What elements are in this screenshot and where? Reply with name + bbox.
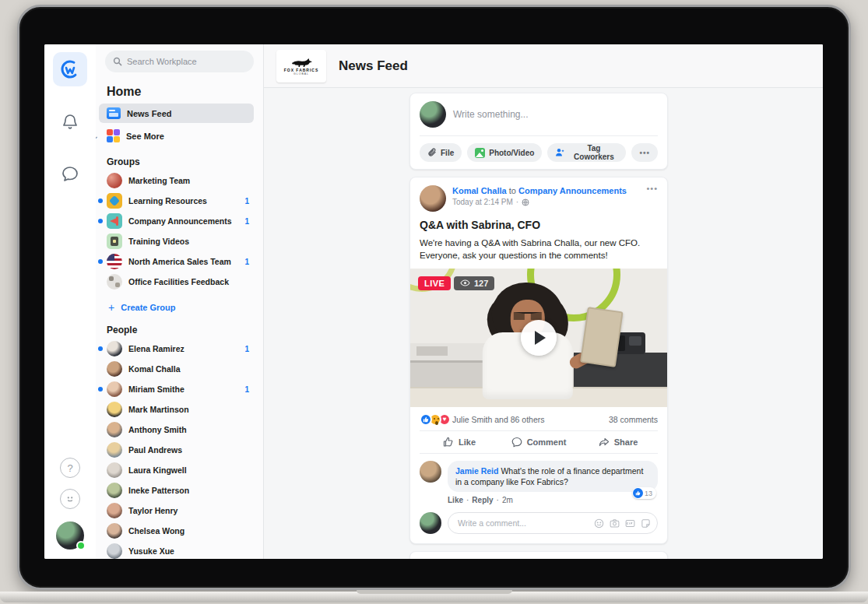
- sidebar-group-company-announcements[interactable]: Company Announcements 1: [99, 211, 254, 231]
- person-name: Paul Andrews: [128, 445, 182, 455]
- chat-bubble-icon: [61, 164, 79, 183]
- people-heading: People: [107, 325, 254, 335]
- sidebar-person-miriam-smithe[interactable]: Miriam Smithe 1: [99, 379, 254, 399]
- unread-badge: 1: [244, 258, 249, 266]
- share-button[interactable]: Share: [578, 431, 658, 453]
- sidebar-person-komal-challa[interactable]: Komal Challa: [99, 359, 254, 379]
- reactions-summary[interactable]: Julie Smith and 86 others: [452, 415, 544, 424]
- post-timestamp: Today at 2:14 PM: [452, 197, 513, 208]
- group-avatar: [107, 274, 122, 290]
- main-header: FOX FABRICS GLOBAL News Feed: [264, 44, 823, 88]
- sidebar-group-marketing-team[interactable]: Marketing Team: [99, 170, 254, 191]
- sidebar-person-anthony-smith[interactable]: Anthony Smith: [99, 420, 254, 440]
- comment-item: Jamie Reid What's the role of a finance …: [410, 454, 667, 493]
- groups-heading: Groups: [107, 156, 254, 167]
- group-name: Marketing Team: [128, 176, 190, 185]
- current-user-comment-avatar[interactable]: [420, 512, 441, 534]
- group-avatar: [107, 193, 122, 209]
- comment-input[interactable]: [458, 518, 594, 528]
- sidebar-group-training-videos[interactable]: Training Videos: [99, 231, 254, 251]
- see-more-label: See More: [126, 132, 164, 141]
- composer-card: Write something... File Photo/Video: [409, 93, 668, 170]
- search-bar[interactable]: [105, 51, 254, 72]
- dot-separator: ·: [497, 496, 499, 504]
- current-user-avatar[interactable]: [56, 521, 84, 550]
- sidebar-item-see-more[interactable]: ⌄ See More: [99, 126, 254, 146]
- sidebar-person-laura-kingwell[interactable]: Laura Kingwell: [99, 460, 254, 480]
- composer-input[interactable]: Write something...: [453, 109, 528, 120]
- company-logo-card[interactable]: FOX FABRICS GLOBAL: [276, 50, 326, 83]
- laptop-base-notch: [357, 590, 512, 594]
- person-name: Taylor Henry: [128, 506, 177, 515]
- unread-dot: [98, 198, 103, 203]
- sidebar-person-mark-martinson[interactable]: Mark Martinson: [99, 399, 254, 420]
- comment-author-avatar[interactable]: [420, 461, 441, 483]
- tag-coworkers-button[interactable]: Tag Coworkers: [547, 143, 626, 162]
- sidebar-group-office-facilities[interactable]: Office Facilities Feedback: [99, 272, 254, 292]
- post-campaigns: Kelsey Gamble to Marketing Team Yesterda…: [409, 551, 668, 559]
- live-video-player[interactable]: LIVE 127: [410, 269, 667, 407]
- ellipsis-icon: •••: [639, 149, 650, 157]
- comment-button[interactable]: Comment: [499, 431, 578, 453]
- camera-icon[interactable]: [610, 518, 620, 528]
- post-group-link[interactable]: Company Announcements: [518, 186, 627, 195]
- emoji-icon[interactable]: [594, 518, 604, 528]
- group-name: Learning Resources: [128, 196, 207, 205]
- sticker-icon[interactable]: [641, 518, 651, 528]
- feed: Write something... File Photo/Video: [264, 88, 823, 559]
- screen: ? Home News Feed ⌄ See More Grou: [44, 44, 823, 559]
- sidebar-person-chelsea-wong[interactable]: Chelsea Wong: [99, 521, 254, 541]
- group-avatar: [107, 234, 122, 249]
- comment-like-count: 13: [645, 490, 652, 497]
- post-author-avatar[interactable]: [420, 185, 446, 212]
- paperclip-icon: [427, 148, 437, 157]
- live-badge: LIVE: [418, 276, 451, 290]
- comment-author-link[interactable]: Jamie Reid: [455, 466, 498, 476]
- photo-video-button[interactable]: Photo/Video: [467, 143, 542, 162]
- person-avatar: [107, 402, 122, 417]
- gif-icon[interactable]: [625, 518, 635, 528]
- globe-privacy-icon: [522, 198, 529, 206]
- sidebar-item-news-feed[interactable]: News Feed: [99, 104, 254, 123]
- person-avatar: [107, 381, 122, 397]
- comment-like-badge[interactable]: 13: [632, 487, 656, 499]
- page-title: News Feed: [339, 58, 408, 74]
- sidebar-person-ineke-patterson[interactable]: Ineke Patterson: [99, 480, 254, 500]
- composer-avatar[interactable]: [420, 101, 446, 128]
- play-button[interactable]: [521, 320, 557, 356]
- person-avatar: [107, 442, 122, 458]
- post-author-link[interactable]: Komal Challa: [452, 186, 507, 195]
- feedback-button[interactable]: [60, 489, 80, 509]
- sidebar-group-north-america-sales[interactable]: North America Sales Team 1: [99, 251, 254, 272]
- eye-icon: [460, 279, 470, 286]
- see-more-icon: [107, 129, 120, 142]
- tag-person-icon: [555, 148, 565, 157]
- create-group-button[interactable]: + Create Group: [108, 301, 254, 314]
- share-icon: [599, 437, 610, 448]
- comment-like-link[interactable]: Like: [448, 496, 463, 504]
- file-button[interactable]: File: [420, 143, 462, 162]
- post-menu-button[interactable]: •••: [646, 558, 658, 559]
- person-name: Anthony Smith: [128, 425, 187, 434]
- sidebar-group-learning-resources[interactable]: Learning Resources 1: [99, 191, 254, 211]
- person-avatar: [107, 483, 122, 498]
- sidebar-person-yusuke-xue[interactable]: Yusuke Xue: [99, 541, 254, 559]
- like-button[interactable]: Like: [420, 431, 499, 453]
- help-button[interactable]: ?: [60, 458, 80, 478]
- sidebar-person-taylor-henry[interactable]: Taylor Henry: [99, 500, 254, 521]
- composer-more-button[interactable]: •••: [631, 143, 658, 162]
- sidebar-person-paul-andrews[interactable]: Paul Andrews: [99, 440, 254, 460]
- like-badge-icon: [633, 488, 643, 498]
- comments-count[interactable]: 38 comments: [609, 415, 658, 424]
- notifications-button[interactable]: [54, 107, 86, 138]
- main-area: FOX FABRICS GLOBAL News Feed Write somet…: [264, 44, 823, 559]
- workplace-logo-button[interactable]: [53, 52, 87, 86]
- chat-button[interactable]: [54, 158, 86, 189]
- comment-reply-link[interactable]: Reply: [472, 496, 493, 504]
- sidebar-person-elena-ramirez[interactable]: Elena Ramirez 1: [99, 339, 254, 359]
- search-input[interactable]: [127, 57, 236, 66]
- post-menu-button[interactable]: •••: [646, 184, 658, 193]
- person-name: Komal Challa: [128, 364, 181, 374]
- person-name: Mark Martinson: [128, 405, 189, 414]
- reaction-icons[interactable]: ♥: [420, 413, 448, 426]
